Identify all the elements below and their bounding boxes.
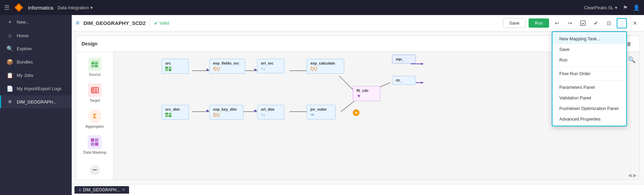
- svg-rect-37: [165, 69, 168, 71]
- mapping-icon: ≡: [6, 99, 13, 105]
- sidebar-item-explore-label: Explore: [17, 46, 32, 51]
- editor-header: ≡ DIM_GEOGRAPHY_SCD2 ✔ Valid Save Run ↩ …: [72, 15, 644, 31]
- svg-rect-7: [92, 65, 94, 67]
- undo-button[interactable]: ↩: [552, 18, 562, 28]
- scroll-right-icon[interactable]: ▶: [633, 172, 637, 178]
- flow-node-srt-src[interactable]: srt_src ↑↓: [257, 59, 284, 73]
- palette-more-button[interactable]: •••: [90, 165, 100, 175]
- sidebar-item-bundles[interactable]: 📦 Bundles: [0, 55, 72, 69]
- sidebar-item-home-label: Home: [17, 33, 29, 38]
- editor-title: DIM_GEOGRAPHY_SCD2: [84, 20, 146, 26]
- flow-node-jnr-outer[interactable]: jnr_outer ⇒: [307, 105, 336, 120]
- dropdown-validation-panel[interactable]: Validation Panel: [552, 93, 626, 103]
- flag-icon[interactable]: ⚑: [623, 4, 628, 11]
- dropdown-save[interactable]: Save: [552, 44, 626, 55]
- svg-marker-34: [421, 82, 424, 84]
- svg-rect-42: [169, 115, 171, 117]
- flow-node-exp-key-dim[interactable]: exp_key_dim f(x): [209, 105, 243, 120]
- explore-icon: 🔍: [6, 45, 13, 52]
- palette-datamasking[interactable]: Data Masking: [83, 135, 106, 154]
- svg-rect-12: [92, 90, 94, 92]
- save-button[interactable]: Save: [503, 18, 526, 28]
- flow-node-exp-calculate[interactable]: exp_calculate f(x): [307, 59, 344, 74]
- source-palette-label: Source: [89, 72, 101, 76]
- sidebar-item-new[interactable]: ＋ New...: [0, 15, 72, 29]
- sqc-label: sqc_: [396, 57, 404, 61]
- user-icon[interactable]: 👤: [633, 4, 640, 11]
- flow-node-flt-cdc[interactable]: flt_cdc ▼: [353, 86, 380, 101]
- datamasking-palette-label: Data Masking: [83, 150, 106, 154]
- header-actions: Save Run ↩ ↪ ⇄ ✔ ⊡ ⋮ ✕: [503, 18, 640, 28]
- design-title: Design: [82, 41, 98, 46]
- sidebar-item-dim[interactable]: ≡ DIM_GEOGRAPH...: [0, 95, 72, 108]
- close-editor-button[interactable]: ✕: [630, 18, 640, 28]
- aggregator-palette-icon: Σ: [88, 109, 102, 123]
- sidebar-item-explore[interactable]: 🔍 Explore: [0, 42, 72, 55]
- flow-node-rtr[interactable]: rtr_: [392, 76, 416, 85]
- sidebar-item-myjobs[interactable]: 📋 My Jobs: [0, 69, 72, 82]
- svg-rect-35: [165, 67, 168, 69]
- svg-rect-10: [92, 88, 94, 90]
- palette-aggregator[interactable]: Σ Aggregator: [85, 109, 104, 128]
- dropdown-advanced-properties[interactable]: Advanced Properties: [552, 114, 626, 124]
- preview-button[interactable]: ⊡: [604, 18, 614, 28]
- validate-button[interactable]: ✔: [591, 18, 601, 28]
- scroll-left-icon[interactable]: ◀: [628, 172, 632, 178]
- dropdown-pushdown-panel[interactable]: Pushdown Optimization Panel: [552, 103, 626, 114]
- svg-rect-14: [91, 138, 94, 142]
- share-button[interactable]: ⇄: [578, 18, 588, 28]
- svg-rect-41: [165, 115, 168, 117]
- svg-marker-30: [254, 110, 257, 112]
- hamburger-icon[interactable]: ☰: [4, 4, 10, 11]
- home-icon: ⌂: [6, 32, 13, 39]
- brand-name: Informatica: [28, 5, 53, 11]
- svg-rect-6: [95, 62, 98, 64]
- svg-rect-9: [92, 87, 98, 93]
- flow-node-exp-fields-src[interactable]: exp_fields_src f(x): [209, 59, 245, 74]
- content-area: ≡ DIM_GEOGRAPHY_SCD2 ✔ Valid Save Run ↩ …: [72, 15, 644, 195]
- dropdown-menu: New Mapping Task... Save Run Flow Run Or…: [552, 31, 627, 126]
- flow-node-src-dim[interactable]: src_dim: [162, 105, 189, 120]
- dropdown-run[interactable]: Run: [552, 55, 626, 65]
- source-palette-icon: [88, 57, 102, 71]
- dropdown-parameters-panel[interactable]: Parameters Panel: [552, 82, 626, 93]
- add-connector-icon[interactable]: +: [353, 109, 360, 116]
- run-button[interactable]: Run: [529, 18, 549, 28]
- org-selector[interactable]: ClearPeaks SL ▾: [584, 5, 617, 10]
- flow-node-srt-dim[interactable]: srt_dim ↑↓: [257, 105, 284, 120]
- palette-source[interactable]: Source: [88, 57, 102, 76]
- flow-node-sqc[interactable]: sqc_: [392, 55, 416, 64]
- palette: Source: [76, 52, 114, 180]
- valid-badge: ✔ Valid: [154, 20, 169, 26]
- tab-close-button[interactable]: ✕: [122, 187, 125, 192]
- tab-bar: ≡ DIM_GEOGRAPH... ✕: [72, 184, 644, 195]
- redo-button[interactable]: ↪: [565, 18, 575, 28]
- palette-target[interactable]: Target: [88, 83, 102, 102]
- svg-rect-13: [95, 90, 97, 92]
- main-layout: ＋ New... ⌂ Home 🔍 Explore 📦 Bundles 📋 My…: [0, 15, 644, 195]
- svg-rect-8: [95, 65, 98, 67]
- bundles-icon: 📦: [6, 59, 13, 65]
- flow-node-src[interactable]: src: [162, 59, 189, 74]
- tab-dim-geograph[interactable]: ≡ DIM_GEOGRAPH... ✕: [74, 186, 129, 194]
- target-palette-icon: [88, 83, 102, 97]
- svg-marker-32: [421, 63, 424, 65]
- sidebar-item-importexport-label: My Import/Export Logs: [17, 86, 61, 91]
- product-name[interactable]: Data Integration ▾: [57, 5, 93, 10]
- dropdown-divider-1: [552, 67, 626, 67]
- dropdown-flow-run-order[interactable]: Flow Run Order: [552, 68, 626, 79]
- brand-logo: [14, 2, 24, 13]
- more-options-button[interactable]: ⋮: [617, 18, 627, 28]
- svg-rect-39: [165, 113, 168, 115]
- srt-src-label: srt_src: [261, 61, 281, 65]
- svg-rect-38: [169, 69, 171, 71]
- search-button[interactable]: 🔍: [628, 56, 635, 64]
- svg-marker-28: [254, 69, 257, 71]
- dropdown-new-mapping-task[interactable]: New Mapping Task...: [552, 33, 626, 44]
- rtr-label: rtr_: [396, 78, 402, 82]
- importexport-icon: 📄: [6, 85, 13, 92]
- sidebar-item-myjobs-label: My Jobs: [17, 73, 33, 78]
- sidebar-item-dim-label: DIM_GEOGRAPH...: [17, 99, 57, 105]
- sidebar-item-home[interactable]: ⌂ Home: [0, 29, 72, 42]
- sidebar-item-importexport[interactable]: 📄 My Import/Export Logs: [0, 82, 72, 95]
